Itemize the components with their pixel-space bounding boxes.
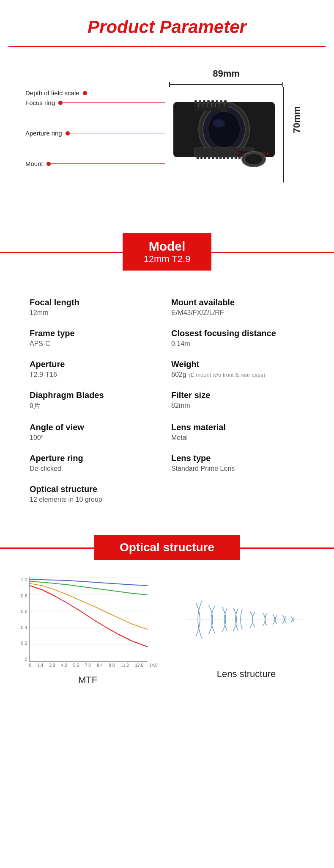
spec-label-angle-of-view: Angle of view: [30, 423, 163, 432]
spec-angle-of-view: Angle of view 100°: [25, 417, 167, 448]
height-dimension-line: [283, 87, 284, 182]
svg-rect-19: [212, 156, 214, 159]
spec-aperture-ring: Aperture ring De-clicked: [25, 448, 167, 478]
specs-section: Focal length 12mm Mount available E/M43/…: [0, 279, 334, 522]
svg-rect-23: [227, 156, 229, 159]
focus-ring-line: [63, 102, 165, 103]
spec-value-focal-length: 12mm: [30, 309, 163, 317]
label-aperture-ring: Aperture ring: [25, 130, 165, 137]
spec-value-mount-available: E/M43/FX/Z/L/RF: [171, 309, 304, 317]
svg-rect-20: [216, 156, 218, 159]
depth-of-field-label: Depth of field scale: [25, 89, 79, 97]
spec-diaphragm-blades: Diaphragm Blades 9片: [25, 384, 167, 417]
spec-value-weight: 602g: [171, 371, 186, 379]
spec-label-weight: Weight: [171, 359, 304, 369]
lens-image: 7Artisans 12mm T2.9: [169, 77, 283, 178]
lens-structure-container: Lens structure: [171, 577, 321, 680]
spec-label-frame-type: Frame type: [30, 329, 163, 338]
mtf-y-axis: 1.0 0.8 0.6 0.4 0.2 0: [18, 577, 29, 662]
spec-value-aperture-ring: De-clicked: [30, 465, 163, 473]
lens-diagram-section: 89mm 70mm: [0, 47, 334, 225]
spec-label-focal-length: Focal length: [30, 298, 163, 307]
spec-lens-type: Lens type Standard Prime Lens: [167, 448, 309, 478]
svg-rect-10: [211, 100, 214, 104]
svg-rect-12: [220, 100, 222, 104]
height-dimension: 70mm: [291, 106, 302, 133]
optical-section-header: Optical structure: [0, 535, 334, 560]
x-label-1: 1.4: [37, 663, 43, 668]
aperture-ring-label: Aperture ring: [25, 130, 62, 137]
depth-of-field-line: [87, 93, 165, 94]
x-label-9: 12.6: [135, 663, 143, 668]
svg-rect-26: [238, 156, 241, 159]
spec-value-optical-structure: 12 elements in 10 group: [30, 496, 304, 503]
spec-value-filter-size: 82mm: [171, 402, 304, 409]
spec-label-aperture-ring: Aperture ring: [30, 453, 163, 463]
aperture-ring-line: [70, 133, 165, 134]
y-label-4: 0.4: [18, 625, 27, 630]
spec-focal-length: Focal length 12mm: [25, 292, 167, 323]
svg-rect-21: [219, 156, 222, 159]
model-subtitle: 12mm T2.9: [144, 254, 191, 265]
svg-rect-22: [223, 156, 225, 159]
focus-ring-label: Focus ring: [25, 99, 55, 106]
depth-of-field-dot: [83, 91, 87, 95]
svg-rect-18: [208, 156, 210, 159]
spec-label-closest-focusing: Closest focusing distance: [171, 329, 304, 338]
mtf-chart-area: 1.0 0.8 0.6 0.4 0.2 0: [18, 577, 158, 662]
x-label-8: 11.2: [121, 663, 129, 668]
spec-mount-available: Mount available E/M43/FX/Z/L/RF: [167, 292, 309, 323]
mount-label: Mount: [25, 160, 43, 167]
mtf-chart-container: 1.0 0.8 0.6 0.4 0.2 0: [13, 577, 163, 686]
spec-optical-structure: Optical structure 12 elements in 10 grou…: [25, 478, 309, 509]
svg-rect-17: [204, 156, 206, 159]
spec-weight: Weight 602g (E mount w/o front & rear ca…: [167, 354, 309, 384]
y-label-2: 0.8: [18, 593, 27, 598]
spec-value-lens-material: Metal: [171, 434, 304, 442]
model-badge: Model 12mm T2.9: [123, 233, 212, 271]
svg-rect-6: [194, 100, 197, 104]
svg-rect-24: [231, 156, 233, 159]
optical-title: Optical structure: [120, 541, 214, 554]
mtf-wrapper: 1.0 0.8 0.6 0.4 0.2 0: [18, 577, 158, 668]
spec-label-lens-material: Lens material: [171, 423, 304, 432]
label-mount: Mount: [25, 160, 165, 167]
page-title: Product Parameter: [8, 17, 326, 37]
spec-label-lens-type: Lens type: [171, 453, 304, 463]
spec-frame-type: Frame type APS-C: [25, 323, 167, 354]
mount-dot: [47, 162, 51, 166]
x-label-7: 9.8: [109, 663, 115, 668]
svg-rect-9: [207, 100, 210, 104]
specs-grid: Focal length 12mm Mount available E/M43/…: [25, 292, 309, 509]
optical-badge: Optical structure: [94, 535, 240, 560]
svg-rect-25: [235, 156, 237, 159]
svg-point-32: [245, 154, 262, 164]
spec-closest-focusing: Closest focusing distance 0.14m: [167, 323, 309, 354]
spec-note-weight: (E mount w/o front & rear caps): [189, 372, 266, 378]
spec-label-aperture: Aperture: [30, 359, 163, 369]
mtf-chart-svg: [29, 577, 148, 662]
x-label-4: 5.6: [73, 663, 79, 668]
spec-value-lens-type: Standard Prime Lens: [171, 465, 304, 473]
spec-value-frame-type: APS-C: [30, 340, 163, 348]
x-label-5: 7.0: [85, 663, 91, 668]
x-label-2: 2.8: [49, 663, 55, 668]
lens-structure-svg: [183, 577, 310, 662]
mtf-x-axis: 0 1.4 2.8 4.2 5.6 7.0 8.4 9.8 11.2 12.6 …: [29, 663, 158, 668]
x-label-6: 8.4: [97, 663, 103, 668]
svg-point-3: [208, 111, 240, 148]
y-label-6: 0: [18, 657, 27, 662]
model-section: Model 12mm T2.9: [0, 233, 334, 271]
x-label-0: 0: [29, 663, 32, 668]
y-label-5: 0.2: [18, 641, 27, 646]
svg-rect-11: [216, 100, 218, 104]
spec-value-diaphragm-blades: 9片: [30, 402, 163, 411]
mtf-chart-label: MTF: [78, 674, 97, 686]
spec-aperture: Aperture T2.9-T16: [25, 354, 167, 384]
spec-label-filter-size: Filter size: [171, 390, 304, 400]
model-title: Model: [144, 239, 191, 254]
lens-structure-label: Lens structure: [217, 669, 276, 680]
svg-rect-7: [199, 100, 201, 104]
svg-rect-16: [200, 156, 203, 159]
svg-point-4: [213, 119, 225, 127]
